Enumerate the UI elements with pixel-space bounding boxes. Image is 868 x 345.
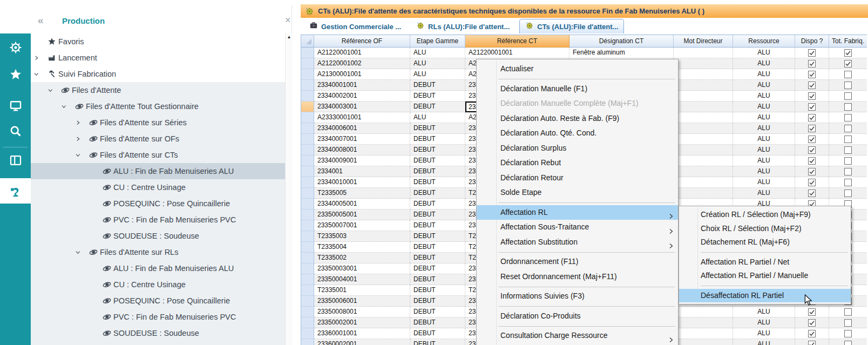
cell-ref_of[interactable]: 23340008001 — [314, 145, 410, 155]
cell-etape[interactable]: DEBUT — [410, 274, 465, 285]
cell-ref_of[interactable]: 23360002001 — [314, 339, 410, 345]
cell-ref_of[interactable]: 23360001001 — [314, 328, 410, 339]
cell-ressource[interactable]: ALU — [733, 102, 795, 112]
row-selector[interactable] — [301, 231, 314, 242]
cell-mot_directeur[interactable] — [674, 112, 733, 123]
tot_fab-checkbox[interactable] — [829, 317, 867, 328]
cell-ressource[interactable]: ALU — [733, 91, 795, 102]
column-header-ressource[interactable]: Ressource — [733, 35, 795, 48]
cell-etape[interactable]: DEBUT — [410, 253, 465, 263]
cell-etape[interactable]: DEBUT — [410, 242, 465, 253]
cell-etape[interactable]: DEBUT — [410, 155, 465, 166]
dispo-checkbox[interactable] — [795, 80, 829, 91]
tree-node[interactable]: ALU : Fin de Fab Menuiseries ALU — [31, 163, 285, 179]
row-selector[interactable] — [301, 80, 314, 91]
row-selector[interactable] — [301, 48, 314, 58]
cell-ressource[interactable]: ALU — [733, 188, 795, 199]
tree-node[interactable]: SOUDEUSE : Soudeuse — [31, 228, 285, 244]
dispo-checkbox[interactable] — [795, 102, 829, 112]
dispo-checkbox[interactable] — [795, 339, 829, 345]
dispo-checkbox[interactable] — [795, 188, 829, 199]
tot_fab-checkbox[interactable] — [829, 112, 867, 123]
chevron-down-icon[interactable] — [48, 87, 55, 94]
tree-node[interactable]: ALU : Fin de Fab Menuiseries ALU — [31, 260, 285, 276]
rail-item-search-icon[interactable] — [0, 119, 31, 143]
tot_fab-checkbox[interactable] — [829, 307, 867, 317]
tree-node[interactable]: Suivi Fabrication — [31, 66, 285, 82]
cell-ressource[interactable]: ALU — [733, 166, 795, 177]
context-menu-item[interactable]: Déclaration Auto. Qté. Cond. — [477, 126, 678, 141]
cell-ref_of[interactable]: 23340010001 — [314, 177, 410, 188]
row-selector[interactable] — [301, 91, 314, 102]
chevron-down-icon[interactable] — [75, 249, 82, 256]
cell-ref_of[interactable]: A21300001001 — [314, 69, 410, 80]
dispo-checkbox[interactable] — [795, 177, 829, 188]
cell-etape[interactable]: DEBUT — [410, 209, 465, 220]
tab-cts-alu-file-d-attent-[interactable]: CTs (ALU):File d'attent... — [519, 19, 624, 33]
tree-node[interactable]: Lancement — [31, 50, 285, 66]
tree-node[interactable]: PVC : Fin de Fab Menuiseries PVC — [31, 309, 285, 325]
row-selector[interactable] — [301, 134, 314, 145]
row-selector[interactable] — [301, 253, 314, 263]
cell-ressource[interactable]: ALU — [733, 58, 795, 69]
cell-etape[interactable]: DEBUT — [410, 285, 465, 296]
cell-mot_directeur[interactable] — [674, 145, 733, 155]
cell-ref_of[interactable]: T2335005 — [314, 188, 410, 199]
row-selector[interactable] — [301, 296, 314, 307]
cell-ref_of[interactable]: 2334001 — [314, 166, 410, 177]
cell-ref_of[interactable]: T2335003 — [314, 231, 410, 242]
cell-etape[interactable]: ALU — [410, 48, 465, 58]
tree-node[interactable]: CU : Centre Usinage — [31, 276, 285, 293]
row-selector[interactable] — [301, 155, 314, 166]
dispo-checkbox[interactable] — [795, 166, 829, 177]
cell-ref_of[interactable]: 23340009001 — [314, 155, 410, 166]
submenu-item[interactable]: Détachement RL (Maj+F6) — [679, 235, 851, 249]
cell-etape[interactable]: DEBUT — [410, 188, 465, 199]
cell-mot_directeur[interactable] — [674, 123, 733, 134]
cell-mot_directeur[interactable] — [674, 102, 733, 112]
row-selector[interactable] — [301, 220, 314, 231]
tree-node[interactable]: Files d'Attente — [31, 82, 285, 98]
cell-ressource[interactable]: ALU — [733, 48, 795, 58]
context-menu-item[interactable]: Déclaration Surplus — [477, 141, 678, 156]
chevron-right-icon[interactable] — [75, 136, 82, 143]
row-selector[interactable] — [301, 199, 314, 209]
cell-etape[interactable]: DEBUT — [410, 145, 465, 155]
tot_fab-checkbox[interactable] — [829, 102, 867, 112]
cell-ref_of[interactable]: 23340003001 — [314, 102, 410, 112]
row-selector[interactable] — [301, 58, 314, 69]
context-menu-item[interactable]: Affectation Sous-Traitance — [477, 220, 678, 235]
context-menu-item[interactable]: Solde Etape — [477, 185, 678, 200]
submenu-item[interactable]: Affectation RL Partiel / Manuelle — [679, 269, 851, 283]
cell-etape[interactable]: DEBUT — [410, 102, 465, 112]
context-menu-item[interactable]: Déclaration Rebut — [477, 155, 678, 171]
row-selector[interactable] — [301, 339, 314, 345]
dispo-checkbox[interactable] — [795, 91, 829, 102]
dispo-checkbox[interactable] — [795, 69, 829, 80]
cell-ref_ct[interactable]: A21220001001 — [465, 48, 569, 58]
cell-ressource[interactable]: ALU — [733, 328, 795, 339]
row-selector[interactable] — [301, 112, 314, 123]
collapse-panel-button[interactable]: « — [38, 15, 44, 26]
context-menu-item[interactable]: Informations Suivies (F3) — [477, 289, 678, 304]
cell-mot_directeur[interactable] — [674, 166, 733, 177]
tot_fab-checkbox[interactable] — [829, 58, 867, 69]
column-header-ref_ct[interactable]: Référence CT — [465, 35, 569, 48]
row-selector[interactable] — [301, 307, 314, 317]
dispo-checkbox[interactable] — [795, 328, 829, 339]
row-selector[interactable] — [301, 123, 314, 134]
cell-ref_of[interactable]: 23350008001 — [314, 307, 410, 317]
column-header-designation[interactable]: Désignation CT — [569, 35, 674, 48]
scroll-up-icon[interactable]: ▲ — [286, 33, 293, 41]
context-menu-item[interactable]: Ordonnancement (F11) — [477, 254, 678, 269]
cell-ref_of[interactable]: 23340006001 — [314, 123, 410, 134]
cell-ref_of[interactable]: 23350004001 — [314, 274, 410, 285]
tot_fab-checkbox[interactable] — [829, 91, 867, 102]
cell-mot_directeur[interactable] — [674, 177, 733, 188]
cell-etape[interactable]: DEBUT — [410, 166, 465, 177]
select-all-corner[interactable] — [301, 35, 314, 48]
cell-ressource[interactable]: ALU — [733, 307, 795, 317]
cell-etape[interactable]: ALU — [410, 58, 465, 69]
tree-node[interactable]: POSEQUINC : Pose Quincaillerie — [31, 293, 285, 309]
row-selector[interactable] — [301, 166, 314, 177]
